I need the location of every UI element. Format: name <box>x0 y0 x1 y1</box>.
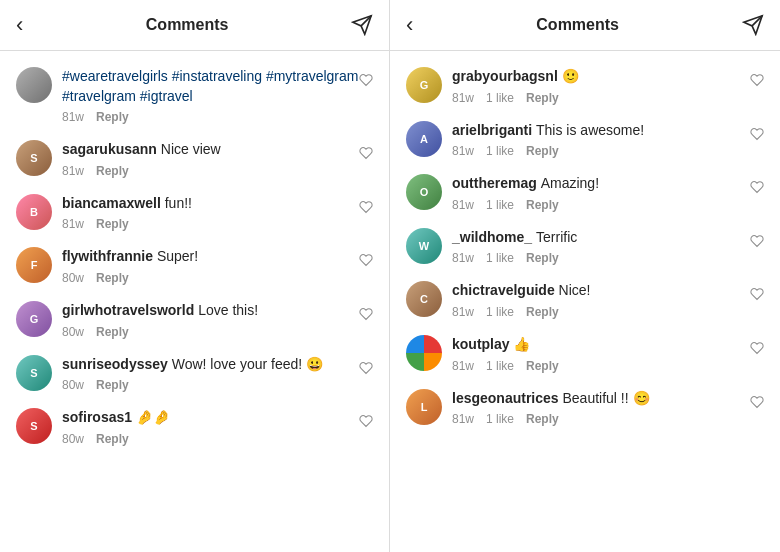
comment-meta: 81w1 likeReply <box>452 251 764 265</box>
comment-content: fun!! <box>165 195 192 211</box>
like-button[interactable] <box>359 361 373 378</box>
send-button[interactable] <box>742 14 764 36</box>
comment-username[interactable]: biancamaxwell <box>62 195 165 211</box>
comment-item: Fflywithfrannie Super!80wReply <box>0 239 389 293</box>
comment-time: 80w <box>62 271 84 285</box>
like-button[interactable] <box>750 127 764 144</box>
avatar[interactable]: L <box>406 389 442 425</box>
like-button[interactable] <box>359 200 373 217</box>
reply-button[interactable]: Reply <box>526 144 559 158</box>
avatar[interactable] <box>16 67 52 103</box>
comment-time: 80w <box>62 378 84 392</box>
comment-body: sunriseodyssey Wow! love your feed! 😀80w… <box>62 355 373 393</box>
reply-button[interactable]: Reply <box>526 198 559 212</box>
comment-text: outtheremag Amazing! <box>452 174 764 194</box>
like-button[interactable] <box>359 307 373 324</box>
comment-content: Love this! <box>198 302 258 318</box>
comment-username[interactable]: _wildhome_ <box>452 229 536 245</box>
comment-item: Cchictravelguide Nice!81w1 likeReply <box>390 273 780 327</box>
comment-item: Ggirlwhotravelsworld Love this!80wReply <box>0 293 389 347</box>
avatar[interactable]: S <box>16 408 52 444</box>
comment-username[interactable]: koutplay <box>452 336 513 352</box>
avatar[interactable]: S <box>16 140 52 176</box>
comment-username[interactable]: sunriseodyssey <box>62 356 172 372</box>
comment-meta: 81w1 likeReply <box>452 305 764 319</box>
comment-content: 🤌🤌 <box>136 409 170 425</box>
comment-text: #wearetravelgirls #instatraveling #mytra… <box>62 67 373 106</box>
comment-item: W_wildhome_ Terrific81w1 likeReply <box>390 220 780 274</box>
avatar[interactable] <box>406 335 442 371</box>
reply-button[interactable]: Reply <box>96 325 129 339</box>
avatar[interactable]: O <box>406 174 442 210</box>
comment-likes: 1 like <box>486 305 514 319</box>
comment-item: Ssunriseodyssey Wow! love your feed! 😀80… <box>0 347 389 401</box>
avatar[interactable]: G <box>406 67 442 103</box>
comment-time: 81w <box>62 217 84 231</box>
comment-username[interactable]: sagarukusann <box>62 141 161 157</box>
heart-icon <box>750 180 764 194</box>
comment-username[interactable]: sofirosas1 <box>62 409 136 425</box>
comment-text: chictravelguide Nice! <box>452 281 764 301</box>
avatar[interactable]: C <box>406 281 442 317</box>
comments-list: Ggrabyourbagsnl 🙂81w1 likeReply Aarielbr… <box>390 51 780 552</box>
reply-button[interactable]: Reply <box>526 305 559 319</box>
reply-button[interactable]: Reply <box>96 271 129 285</box>
comment-username[interactable]: chictravelguide <box>452 282 559 298</box>
like-button[interactable] <box>359 73 373 90</box>
heart-icon <box>359 73 373 87</box>
comment-item: Aarielbriganti This is awesome!81w1 like… <box>390 113 780 167</box>
comment-meta: 81wReply <box>62 164 373 178</box>
comment-content: Wow! love your feed! 😀 <box>172 356 323 372</box>
hashtag-text: #wearetravelgirls #instatraveling #mytra… <box>62 68 358 104</box>
like-button[interactable] <box>359 414 373 431</box>
comment-item: koutplay 👍81w1 likeReply <box>390 327 780 381</box>
reply-button[interactable]: Reply <box>96 110 129 124</box>
reply-button[interactable]: Reply <box>96 164 129 178</box>
comment-likes: 1 like <box>486 144 514 158</box>
like-button[interactable] <box>750 73 764 90</box>
comment-likes: 1 like <box>486 91 514 105</box>
reply-button[interactable]: Reply <box>526 412 559 426</box>
comment-meta: 80wReply <box>62 432 373 446</box>
comment-username[interactable]: outtheremag <box>452 175 541 191</box>
like-button[interactable] <box>750 180 764 197</box>
comment-username[interactable]: lesgeonautrices <box>452 390 563 406</box>
reply-button[interactable]: Reply <box>526 251 559 265</box>
reply-button[interactable]: Reply <box>96 378 129 392</box>
comment-username[interactable]: arielbriganti <box>452 122 536 138</box>
like-button[interactable] <box>359 146 373 163</box>
comment-content: 👍 <box>513 336 530 352</box>
avatar[interactable]: B <box>16 194 52 230</box>
reply-button[interactable]: Reply <box>526 359 559 373</box>
avatar[interactable]: A <box>406 121 442 157</box>
send-icon <box>351 14 373 36</box>
reply-button[interactable]: Reply <box>96 432 129 446</box>
comment-username[interactable]: grabyourbagsnl <box>452 68 562 84</box>
comment-body: sagarukusann Nice view81wReply <box>62 140 373 178</box>
like-button[interactable] <box>750 234 764 251</box>
like-button[interactable] <box>750 395 764 412</box>
back-button[interactable]: ‹ <box>406 12 413 38</box>
comment-item: #wearetravelgirls #instatraveling #mytra… <box>0 59 389 132</box>
like-button[interactable] <box>750 287 764 304</box>
comment-username[interactable]: girlwhotravelsworld <box>62 302 198 318</box>
heart-icon <box>750 341 764 355</box>
send-button[interactable] <box>351 14 373 36</box>
comment-likes: 1 like <box>486 359 514 373</box>
reply-button[interactable]: Reply <box>526 91 559 105</box>
heart-icon <box>359 361 373 375</box>
comment-text: _wildhome_ Terrific <box>452 228 764 248</box>
panel-header: ‹Comments <box>0 0 389 51</box>
heart-icon <box>750 73 764 87</box>
avatar[interactable]: W <box>406 228 442 264</box>
back-button[interactable]: ‹ <box>16 12 23 38</box>
avatar[interactable]: G <box>16 301 52 337</box>
avatar[interactable]: S <box>16 355 52 391</box>
comment-username[interactable]: flywithfrannie <box>62 248 157 264</box>
comment-body: outtheremag Amazing!81w1 likeReply <box>452 174 764 212</box>
comment-time: 81w <box>452 144 474 158</box>
reply-button[interactable]: Reply <box>96 217 129 231</box>
like-button[interactable] <box>750 341 764 358</box>
avatar[interactable]: F <box>16 247 52 283</box>
like-button[interactable] <box>359 253 373 270</box>
